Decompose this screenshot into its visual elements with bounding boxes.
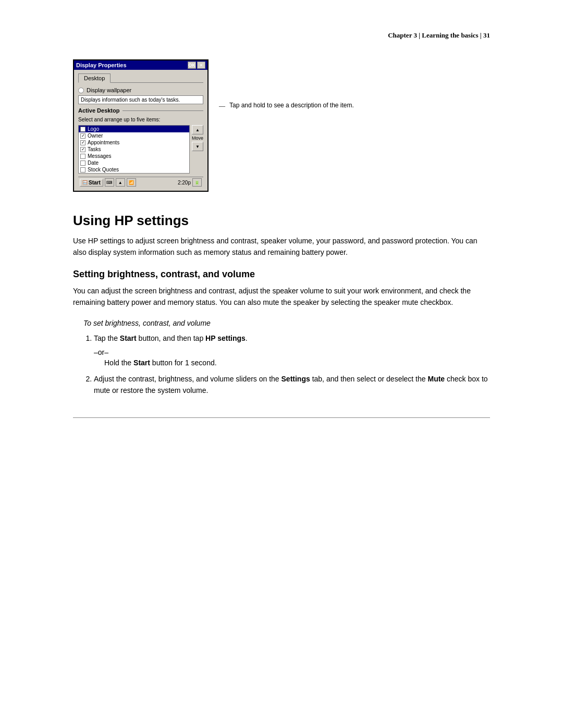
- close-button[interactable]: ×: [197, 61, 205, 69]
- move-label: Move: [192, 135, 203, 141]
- list-area: ✓ Logo ✓ Owner ✓ Appointments ✓: [78, 125, 203, 174]
- items-listbox[interactable]: ✓ Logo ✓ Owner ✓ Appointments ✓: [78, 125, 190, 174]
- wallpaper-radio[interactable]: [78, 88, 84, 93]
- move-up-button[interactable]: ▲: [192, 125, 203, 134]
- list-item-appointments[interactable]: ✓ Appointments: [79, 139, 189, 146]
- network-icon: 📶: [127, 178, 136, 187]
- move-down-button[interactable]: ▼: [192, 142, 203, 151]
- dialog-body: Desktop Display wallpaper Displays infor…: [74, 70, 207, 191]
- wallpaper-radio-row: Display wallpaper: [78, 87, 203, 93]
- step2-bold-b: Mute: [427, 375, 445, 383]
- tab-strip: Desktop: [78, 73, 203, 83]
- taskbar-time: 2:20p: [178, 180, 191, 186]
- step1-text-c: .: [246, 334, 248, 342]
- list-item-owner[interactable]: ✓ Owner: [79, 132, 189, 139]
- callout: — Tap and hold to see a description of t…: [219, 59, 490, 110]
- ok-button[interactable]: OK: [188, 61, 196, 69]
- display-properties-dialog: Display Properties OK × Desktop Display …: [73, 59, 209, 192]
- callout-text: Tap and hold to see a description of the…: [229, 101, 354, 110]
- checkbox-appointments[interactable]: ✓: [80, 140, 85, 145]
- wallpaper-label: Display wallpaper: [87, 87, 131, 93]
- active-desktop-section: Active Desktop: [78, 107, 203, 114]
- keyboard-icon[interactable]: ⌨: [105, 178, 114, 187]
- checkbox-logo[interactable]: ✓: [80, 127, 85, 132]
- hold-text-b: button for 1 second.: [150, 359, 217, 367]
- step1-bold-b: HP settings: [205, 334, 246, 342]
- list-item-stockquotes[interactable]: Stock Quotes: [79, 166, 189, 173]
- desktop-tab[interactable]: Desktop: [78, 73, 111, 83]
- step1-text-b: button, and then tap: [137, 334, 205, 342]
- info-text: Displays information such as today's tas…: [81, 97, 180, 103]
- checkbox-stockquotes[interactable]: [80, 167, 85, 172]
- list-item-tasks[interactable]: ✓ Tasks: [79, 146, 189, 153]
- titlebar-buttons: OK ×: [188, 61, 205, 69]
- main-body-text: Use HP settings to adjust screen brightn…: [73, 235, 490, 258]
- list-item-messages[interactable]: Messages: [79, 153, 189, 159]
- checkbox-date[interactable]: [80, 161, 85, 166]
- checkbox-owner[interactable]: ✓: [80, 133, 85, 139]
- step1-bold-a: Start: [120, 334, 137, 342]
- steps-list-2: Adjust the contrast, brightness, and vol…: [94, 373, 490, 397]
- steps-list: Tap the Start button, and then tap HP se…: [94, 332, 490, 344]
- select-label: Select and arrange up to five items:: [78, 117, 203, 122]
- taskbar: 🪟 Start ⌨ ▲ 📶 2:20p 🔋: [78, 177, 203, 188]
- hold-bold: Start: [133, 359, 150, 367]
- callout-line: — Tap and hold to see a description of t…: [219, 101, 490, 110]
- active-desktop-label: Active Desktop: [78, 107, 119, 114]
- hold-text-a: Hold the: [104, 359, 133, 367]
- dialog-title: Display Properties: [76, 62, 127, 68]
- chapter-header-text: Chapter 3 | Learning the basics | 31: [388, 31, 490, 39]
- move-buttons: ▲ Move ▼: [192, 125, 203, 174]
- main-heading: Using HP settings: [73, 213, 490, 229]
- checkbox-tasks[interactable]: ✓: [80, 147, 85, 152]
- or-label: –or–: [94, 348, 490, 356]
- list-item-logo[interactable]: ✓ Logo: [79, 126, 189, 132]
- subsub-heading: To set brightness, contrast, and volume: [83, 319, 490, 327]
- list-item-date[interactable]: Date: [79, 159, 189, 166]
- step1-text-a: Tap the: [94, 334, 120, 342]
- start-label: Start: [89, 180, 101, 186]
- step-1: Tap the Start button, and then tap HP se…: [94, 332, 490, 344]
- step-2: Adjust the contrast, brightness, and vol…: [94, 373, 490, 397]
- taskbar-arrow: ▲: [116, 178, 125, 187]
- chapter-header: Chapter 3 | Learning the basics | 31: [73, 31, 490, 44]
- step2-text-a: Adjust the contrast, brightness, and vol…: [94, 375, 282, 383]
- page: Chapter 3 | Learning the basics | 31 Dis…: [0, 0, 563, 728]
- sub-body-text: You can adjust the screen brightness and…: [73, 285, 490, 309]
- battery-icon: 🔋: [192, 178, 202, 187]
- callout-dash: —: [219, 102, 225, 110]
- step2-text-b: tab, and then select or deselect the: [310, 375, 428, 383]
- start-button[interactable]: 🪟 Start: [80, 179, 103, 187]
- page-divider: [73, 417, 490, 418]
- checkbox-messages[interactable]: [80, 154, 85, 159]
- screenshot-area: Display Properties OK × Desktop Display …: [73, 59, 490, 192]
- sub-heading: Setting brightness, contrast, and volume: [73, 269, 490, 280]
- hold-text: Hold the Start button for 1 second.: [104, 359, 490, 367]
- dialog-titlebar: Display Properties OK ×: [74, 60, 207, 70]
- info-bar: Displays information such as today's tas…: [78, 95, 203, 104]
- step2-bold-a: Settings: [282, 375, 310, 383]
